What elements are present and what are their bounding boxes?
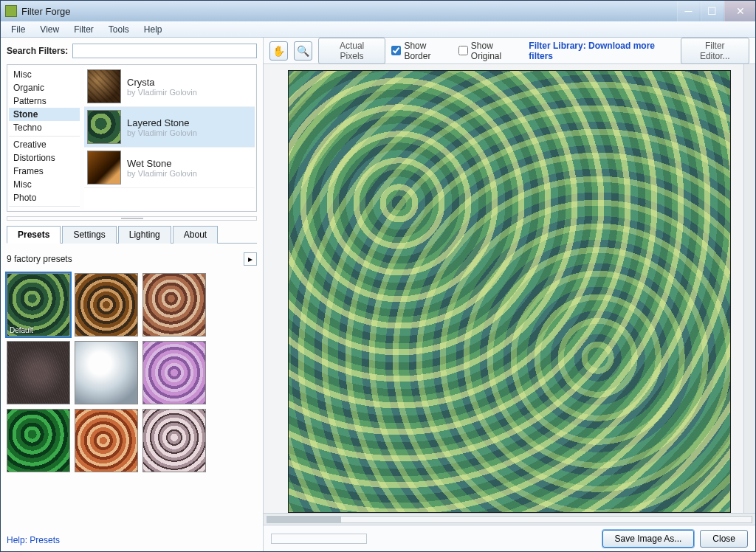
bottom-bar: Save Image As... Close	[264, 525, 755, 551]
filter-item-crysta[interactable]: Crystaby Vladimir Golovin	[84, 66, 255, 107]
maximize-button[interactable]: ☐	[701, 1, 723, 21]
category-search[interactable]: Search	[9, 208, 80, 210]
category-list[interactable]: MiscOrganicPatternsStoneTechnoCreativeDi…	[9, 66, 80, 210]
preset-6[interactable]	[7, 409, 70, 472]
titlebar[interactable]: Filter Forge ─ ☐ ✕	[1, 1, 755, 21]
tab-settings[interactable]: Settings	[62, 226, 116, 244]
preset-0[interactable]: Default	[7, 273, 70, 337]
category-photo[interactable]: Photo	[9, 191, 80, 204]
preset-1[interactable]	[75, 273, 138, 337]
filter-browser: MiscOrganicPatternsStoneTechnoCreativeDi…	[7, 64, 257, 212]
menubar: File View Filter Tools Help	[1, 21, 755, 38]
chevron-right-icon: ▸	[248, 254, 252, 264]
category-misc[interactable]: Misc	[9, 68, 80, 81]
menu-filter[interactable]: Filter	[68, 23, 100, 36]
category-distortions[interactable]: Distortions	[9, 151, 80, 165]
close-footer-button[interactable]: Close	[700, 530, 748, 548]
pan-tool-button[interactable]: ✋	[269, 41, 288, 61]
preset-7[interactable]	[75, 409, 138, 472]
category-organic[interactable]: Organic	[9, 81, 80, 94]
filter-author: by Vladimir Golovin	[127, 88, 197, 97]
expand-presets-button[interactable]: ▸	[244, 252, 257, 266]
filter-name: Crysta	[127, 77, 197, 88]
window-title: Filter Forge	[21, 6, 677, 17]
app-window: Filter Forge ─ ☐ ✕ File View Filter Tool…	[0, 0, 756, 552]
tab-lighting[interactable]: Lighting	[118, 226, 171, 244]
filter-author: by Vladimir Golovin	[127, 128, 197, 137]
magnifier-icon: 🔍	[297, 45, 309, 57]
preset-5[interactable]	[142, 341, 206, 404]
horizontal-scrollbar[interactable]	[264, 513, 755, 525]
category-techno[interactable]: Techno	[9, 121, 80, 134]
filter-author: by Vladimir Golovin	[127, 169, 197, 178]
filter-thumbnail	[87, 110, 121, 144]
progress-bar	[271, 534, 367, 544]
category-creative[interactable]: Creative	[9, 138, 80, 151]
show-border-checkbox[interactable]: Show Border	[391, 41, 452, 61]
preset-8[interactable]	[142, 409, 206, 472]
filter-name: Wet Stone	[127, 158, 197, 169]
left-panel: Search Filters: MiscOrganicPatternsStone…	[1, 38, 264, 551]
preset-2[interactable]	[142, 273, 206, 337]
help-presets-link[interactable]: Help: Presets	[7, 529, 257, 545]
search-label: Search Filters:	[7, 46, 68, 56]
presets-grid: Default	[7, 273, 257, 472]
filter-name: Layered Stone	[127, 117, 197, 128]
minimize-button[interactable]: ─	[677, 1, 699, 21]
preset-4[interactable]	[75, 341, 138, 404]
menu-file[interactable]: File	[5, 23, 31, 36]
canvas-toolbar: ✋ 🔍 Actual Pixels Show Border Show Origi…	[264, 38, 755, 64]
vertical-scrollbar[interactable]	[743, 64, 755, 513]
preset-3[interactable]	[7, 341, 70, 404]
right-panel: ✋ 🔍 Actual Pixels Show Border Show Origi…	[264, 38, 755, 551]
category-misc[interactable]: Misc	[9, 178, 80, 191]
filter-item-layered-stone[interactable]: Layered Stoneby Vladimir Golovin	[84, 107, 255, 148]
tab-presets[interactable]: Presets	[7, 226, 61, 244]
category-patterns[interactable]: Patterns	[9, 94, 80, 108]
canvas-viewport[interactable]	[264, 64, 755, 513]
category-frames[interactable]: Frames	[9, 165, 80, 178]
preset-label: Default	[10, 326, 33, 334]
menu-view[interactable]: View	[34, 23, 65, 36]
presets-count: 9 factory presets	[7, 254, 244, 264]
filter-thumbnail	[87, 151, 121, 184]
actual-pixels-button[interactable]: Actual Pixels	[318, 38, 386, 64]
filter-item-wet-stone[interactable]: Wet Stoneby Vladimir Golovin	[84, 148, 255, 188]
search-input[interactable]	[72, 44, 257, 58]
zoom-tool-button[interactable]: 🔍	[294, 41, 312, 61]
filter-editor-button[interactable]: Filter Editor...	[681, 38, 749, 64]
filter-library-link[interactable]: Filter Library: Download more filters	[529, 41, 674, 61]
category-stone[interactable]: Stone	[9, 108, 80, 121]
tab-about[interactable]: About	[173, 226, 218, 244]
filter-list[interactable]: Crystaby Vladimir GolovinLayered Stoneby…	[84, 66, 255, 210]
close-button[interactable]: ✕	[724, 1, 755, 21]
show-original-checkbox[interactable]: Show Original	[458, 41, 523, 61]
tabs: PresetsSettingsLightingAbout	[7, 225, 257, 244]
hand-icon: ✋	[272, 45, 285, 57]
menu-help[interactable]: Help	[138, 23, 168, 36]
show-border-input[interactable]	[391, 46, 401, 55]
panel-splitter[interactable]	[7, 216, 257, 221]
show-original-input[interactable]	[458, 46, 468, 55]
save-image-button[interactable]: Save Image As...	[602, 530, 695, 548]
menu-tools[interactable]: Tools	[103, 23, 135, 36]
filter-thumbnail	[87, 69, 121, 103]
app-icon	[5, 5, 17, 17]
preview-canvas	[288, 70, 731, 513]
